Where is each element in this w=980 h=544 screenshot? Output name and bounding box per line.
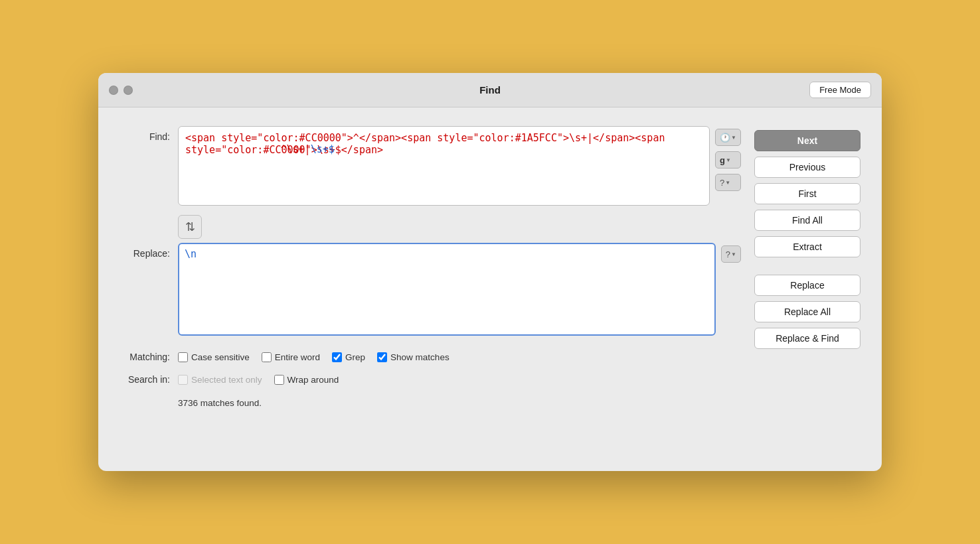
google-icon: g [720,155,725,165]
free-mode-button[interactable]: Free Mode [809,82,871,98]
search-in-checkboxes: Selected text only Wrap around [178,375,339,385]
extract-button[interactable]: Extract [754,236,860,257]
search-in-row: Search in: Selected text only Wrap aroun… [117,374,741,385]
case-sensitive-input[interactable] [178,352,188,362]
replace-field-wrapper: \n ? ▼ [178,243,741,338]
find-window: Find Free Mode Find: <span style="color:… [98,73,882,471]
next-button[interactable]: Next [754,130,860,151]
find-help-dropdown-arrow: ▼ [725,180,730,186]
replace-button[interactable]: Replace [754,275,860,296]
grep-label: Grep [345,352,365,362]
selected-text-checkbox[interactable]: Selected text only [178,375,262,385]
main-area: Find: <span style="color:#CC0000">^</spa… [117,126,741,452]
replace-icon-area: ? ▼ [721,243,741,263]
replace-and-find-button[interactable]: Replace & Find [754,328,860,349]
status-text: 3736 matches found. [178,398,262,408]
close-button[interactable] [109,86,118,95]
wrap-around-input[interactable] [274,375,284,385]
replace-all-button[interactable]: Replace All [754,301,860,322]
minimize-button[interactable] [123,86,133,95]
find-row: Find: <span style="color:#CC0000">^</spa… [117,126,741,239]
find-help-icon: ? [720,178,724,188]
matching-label: Matching: [117,352,170,362]
search-in-label: Search in: [117,374,170,385]
swap-button[interactable]: ⇅ [178,215,202,239]
matching-checkboxes: Case sensitive Entire word Grep Show mat… [178,352,449,362]
previous-button[interactable]: Previous [754,157,860,178]
clock-dropdown-arrow: ▼ [731,135,736,141]
wrap-around-checkbox[interactable]: Wrap around [274,375,339,385]
case-sensitive-checkbox[interactable]: Case sensitive [178,352,250,362]
clock-icon: 🕐 [720,133,730,143]
swap-icon: ⇅ [185,220,195,234]
matching-row: Matching: Case sensitive Entire word Gre… [117,352,741,362]
first-button[interactable]: First [754,183,860,204]
grep-checkbox[interactable]: Grep [332,352,365,362]
find-label: Find: [117,126,170,142]
show-matches-label: Show matches [390,352,449,362]
case-sensitive-label: Case sensitive [191,352,250,362]
sidebar-buttons: Next Previous First Find All Extract Rep… [754,126,860,452]
show-matches-checkbox[interactable]: Show matches [377,352,449,362]
replace-help-dropdown-button[interactable]: ? ▼ [721,245,741,263]
titlebar: Find Free Mode [98,73,882,107]
status-row: 3736 matches found. [117,398,741,408]
grep-input[interactable] [332,352,342,362]
google-dropdown-arrow: ▼ [726,157,731,163]
find-input[interactable]: <span style="color:#CC0000">^</span><spa… [178,126,710,206]
entire-word-checkbox[interactable]: Entire word [262,352,320,362]
clock-dropdown-button[interactable]: 🕐 ▼ [715,129,741,146]
entire-word-input[interactable] [262,352,272,362]
replace-row: Replace: \n ? ▼ [117,243,741,338]
wrap-around-label: Wrap around [287,375,339,385]
replace-label: Replace: [117,243,170,259]
find-help-dropdown-button[interactable]: ? ▼ [715,174,741,191]
traffic-lights [109,86,133,95]
selected-text-label: Selected text only [191,375,262,385]
google-dropdown-button[interactable]: g ▼ [715,151,741,169]
window-title: Find [479,84,501,96]
find-field-wrapper: <span style="color:#CC0000">^</span><spa… [178,126,741,239]
replace-help-icon: ? [726,249,730,259]
selected-text-input[interactable] [178,375,188,385]
entire-word-label: Entire word [275,352,320,362]
show-matches-input[interactable] [377,352,387,362]
replace-input[interactable] [178,243,716,336]
replace-help-dropdown-arrow: ▼ [731,251,736,257]
find-icon-area: 🕐 ▼ g ▼ ? ▼ [715,126,741,191]
find-all-button[interactable]: Find All [754,210,860,231]
content-area: Find: <span style="color:#CC0000">^</spa… [98,107,882,471]
